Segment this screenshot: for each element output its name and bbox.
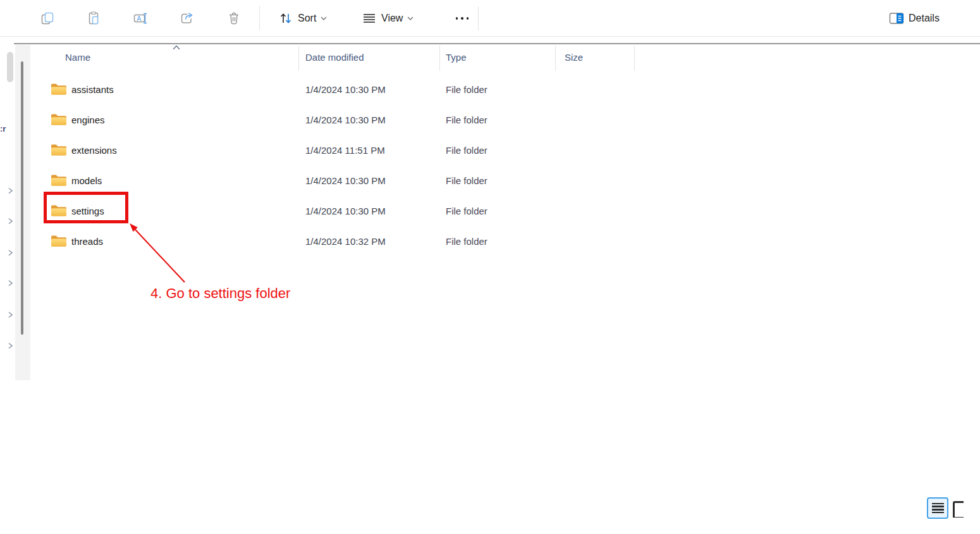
toolbar-separator [478, 6, 479, 30]
folder-icon [51, 204, 67, 217]
folder-icon [51, 113, 67, 126]
folder-icon [51, 144, 67, 156]
file-type: File folder [446, 165, 487, 196]
column-header-date-modified[interactable]: Date modified [305, 52, 364, 63]
file-date-modified: 1/4/2024 11:51 PM [305, 135, 385, 165]
column-header-type[interactable]: Type [446, 52, 467, 63]
file-name[interactable]: threads [71, 226, 103, 256]
delete-icon [226, 11, 242, 26]
file-row-models[interactable]: models 1/4/2024 10:30 PM File folder [35, 165, 668, 196]
file-date-modified: 1/4/2024 10:30 PM [305, 165, 386, 196]
column-header-name[interactable]: Name [65, 52, 90, 63]
rename-button[interactable]: A [131, 9, 150, 28]
folder-icon [51, 83, 67, 96]
view-icon [362, 11, 377, 26]
sort-label: Sort [298, 13, 316, 24]
file-name[interactable]: models [71, 165, 102, 196]
file-date-modified: 1/4/2024 10:30 PM [305, 74, 386, 104]
file-date-modified: 1/4/2024 10:32 PM [305, 226, 386, 256]
file-type: File folder [446, 226, 487, 256]
nav-pane-scrollbar-thumb[interactable] [21, 61, 23, 335]
rename-icon: A [133, 11, 148, 26]
nav-pane-clipped-text: :r [0, 124, 6, 134]
toolbar-separator [259, 6, 260, 30]
file-date-modified: 1/4/2024 10:30 PM [305, 104, 386, 135]
folder-icon [51, 235, 67, 247]
file-row-engines[interactable]: engines 1/4/2024 10:30 PM File folder [35, 104, 668, 135]
column-separator[interactable] [439, 46, 440, 71]
ellipsis-icon [456, 17, 469, 20]
paste-icon [86, 11, 101, 26]
file-type: File folder [446, 104, 487, 135]
details-pane-button[interactable]: Details [889, 9, 940, 28]
sort-ascending-chevron-icon [172, 45, 181, 50]
icons-view-toggle-button[interactable] [953, 501, 964, 518]
column-separator[interactable] [298, 46, 299, 71]
tree-expand-chevron-icon[interactable] [8, 342, 13, 349]
sort-button[interactable]: Sort [278, 9, 327, 28]
window-scrollbar-thumb[interactable] [7, 52, 13, 82]
paste-button[interactable] [84, 9, 103, 28]
column-separator[interactable] [555, 46, 556, 71]
column-header-size[interactable]: Size [565, 52, 583, 63]
file-type: File folder [446, 74, 487, 104]
share-icon [179, 11, 194, 26]
content-top-divider [14, 43, 980, 44]
icons-view-icon [953, 501, 964, 518]
file-type: File folder [446, 135, 487, 165]
file-type: File folder [446, 196, 487, 226]
file-name[interactable]: engines [71, 104, 105, 135]
view-label: View [381, 13, 403, 24]
file-name[interactable]: assistants [71, 74, 114, 104]
column-separator[interactable] [634, 46, 635, 71]
file-date-modified: 1/4/2024 10:30 PM [305, 196, 386, 226]
file-row-assistants[interactable]: assistants 1/4/2024 10:30 PM File folder [35, 74, 668, 104]
details-label: Details [909, 13, 940, 24]
tree-expand-chevron-icon[interactable] [8, 280, 13, 287]
file-row-settings[interactable]: settings 1/4/2024 10:30 PM File folder [35, 196, 668, 226]
delete-button[interactable] [224, 9, 243, 28]
share-button[interactable] [177, 9, 196, 28]
copy-button[interactable] [38, 9, 57, 28]
sort-icon [278, 11, 293, 26]
tree-expand-chevron-icon[interactable] [8, 218, 13, 225]
file-row-threads[interactable]: threads 1/4/2024 10:32 PM File folder [35, 226, 668, 256]
tree-expand-chevron-icon[interactable] [8, 311, 13, 318]
svg-text:A: A [137, 15, 142, 22]
file-name[interactable]: extensions [71, 135, 117, 165]
annotation-text: 4. Go to settings folder [150, 285, 290, 302]
file-explorer-window: A Sort [0, 0, 980, 534]
tree-expand-chevron-icon[interactable] [8, 187, 13, 194]
details-view-toggle-button[interactable] [927, 497, 948, 519]
command-bar: A Sort [0, 0, 980, 37]
chevron-down-icon [407, 16, 413, 20]
tree-expand-chevron-icon[interactable] [8, 249, 13, 256]
view-button[interactable]: View [362, 9, 413, 28]
copy-icon [40, 11, 55, 26]
details-pane-icon [889, 12, 904, 25]
folder-icon [51, 174, 67, 187]
details-view-icon [932, 503, 944, 504]
chevron-down-icon [321, 16, 327, 20]
file-name[interactable]: settings [71, 196, 104, 226]
file-row-extensions[interactable]: extensions 1/4/2024 11:51 PM File folder [35, 135, 668, 165]
see-more-button[interactable] [453, 9, 472, 28]
